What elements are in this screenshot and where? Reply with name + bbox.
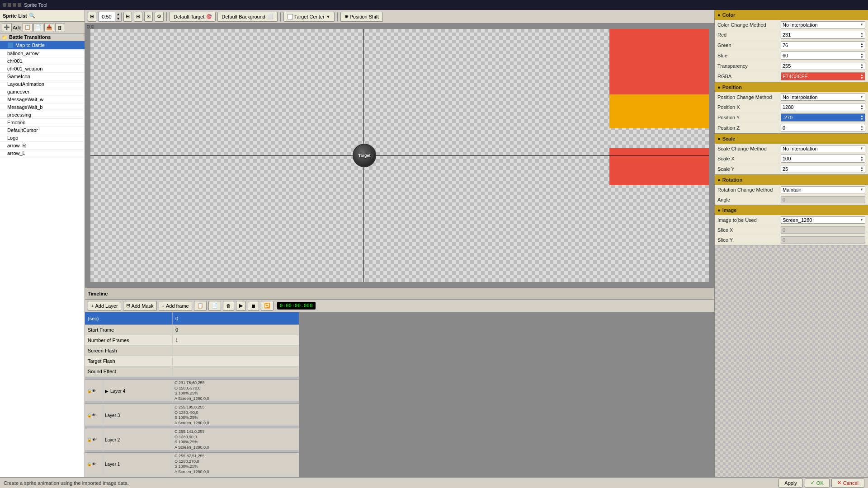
fit-btn[interactable]: ⊟ [123,12,132,22]
color-change-dropdown[interactable]: No Interpolation ▼ [783,22,863,28]
play-btn[interactable]: ▶ [236,301,246,311]
color-section-header[interactable]: ● Color [715,10,868,20]
sidebar-item-emotion[interactable]: Emotion [0,119,85,127]
slice-x-value[interactable]: 0 [781,226,865,234]
battle-transitions-section[interactable]: 📁 Battle Transitions [0,33,85,41]
angle-value[interactable]: 0 [781,196,865,203]
rgba-spin[interactable]: ▲ ▼ [860,73,863,80]
scalex-spin[interactable]: ▲ ▼ [860,155,863,162]
rotation-change-dropdown[interactable]: Maintain ▼ [783,187,863,192]
tl-layer3-name-cell[interactable]: Layer 3 [103,404,173,427]
scalex-down-icon[interactable]: ▼ [860,159,863,162]
default-background-btn[interactable]: Default Background ⬜ [217,12,278,22]
position-x-value[interactable]: 1280 ▲ ▼ [781,103,865,111]
cancel-button[interactable]: ✕ Cancel [831,479,864,488]
add-mask-btn[interactable]: ⊟ Add Mask [123,301,157,311]
scaley-spin[interactable]: ▲ ▼ [860,166,863,172]
posy-down-icon[interactable]: ▼ [860,117,863,121]
target-center-btn[interactable]: Target Center ▼ [283,12,335,22]
transparency-value[interactable]: 255 ▲ ▼ [781,62,865,70]
copy-frame-btn[interactable]: 📋 [194,301,207,311]
delete-frame-btn[interactable]: 🗑 [223,301,234,311]
eye2-icon[interactable]: 👁 [92,437,96,442]
grid-btn[interactable]: ⊞ [134,12,142,22]
sidebar-item-logo[interactable]: Logo [0,134,85,142]
sidebar-item-arrow-r[interactable]: arrow_R [0,142,85,150]
scaley-down-icon[interactable]: ▼ [860,169,863,172]
transparency-spin[interactable]: ▲ ▼ [860,63,863,69]
sidebar-item-balloon-arrow[interactable]: balloon_arrow [0,50,85,57]
sidebar-item-messagewait-b[interactable]: MessageWait_b [0,103,85,111]
tl-sound-effect-value-cell[interactable] [173,366,299,376]
settings-btn[interactable]: ⚙ [155,12,164,22]
green-spin[interactable]: ▲ ▼ [860,42,863,48]
scale-section-header[interactable]: ● Scale [715,134,868,144]
sidebar-item-layoutanimation[interactable]: LayoutAnimation [0,80,85,88]
sidebar-item-chr001-weapon[interactable]: chr001_weapon [0,65,85,73]
apply-button[interactable]: Apply [778,479,803,488]
zoom-arrows[interactable]: ▲ ▼ [115,12,121,21]
rotation-change-method-value[interactable]: Maintain ▼ [781,186,865,193]
position-y-value[interactable]: -270 ▲ ▼ [781,113,865,122]
add-frame-btn[interactable]: + Add frame [159,301,192,311]
scale-x-value[interactable]: 100 ▲ ▼ [781,155,865,163]
target-circle[interactable]: Target [353,144,376,167]
import-button[interactable]: 📥 [44,23,54,32]
paste-button[interactable]: 📄 [33,23,43,32]
blue-value[interactable]: 60 ▲ ▼ [781,52,865,60]
tl-sec-value-header[interactable]: 0 [173,312,299,324]
sprite-tool-icon-btn[interactable]: ⊞ [88,12,96,22]
pos-change-dropdown[interactable]: No Interpolation ▼ [783,94,863,100]
posx-up-icon[interactable]: ▲ [860,104,863,107]
ok-button[interactable]: ✓ OK [805,479,830,488]
posx-spin[interactable]: ▲ ▼ [860,104,863,110]
sidebar-item-gameicon[interactable]: GameIcon [0,73,85,80]
stop-btn[interactable]: ⏹ [248,301,259,311]
posx-down-icon[interactable]: ▼ [860,107,863,110]
red-down-icon[interactable]: ▼ [860,35,863,38]
posz-down-icon[interactable]: ▼ [860,128,863,131]
scale-change-dropdown[interactable]: No Interpolation ▼ [783,146,863,151]
sidebar-item-processing[interactable]: processing [0,111,85,119]
zoom-up[interactable]: ▲ [115,12,121,17]
zoom-down[interactable]: ▼ [115,17,121,21]
image-section-header[interactable]: ● Image [715,205,868,215]
tl-num-frames-value-cell[interactable]: 1 [173,335,299,345]
view-btn[interactable]: ⊡ [144,12,153,22]
blue-up-icon[interactable]: ▲ [860,52,863,56]
tl-start-frame-value-cell[interactable]: 0 [173,325,299,335]
add-button[interactable]: ➕ [2,23,12,32]
lock1-icon[interactable]: 🔒 [87,462,92,466]
delete-button[interactable]: 🗑 [55,23,65,32]
rgba-up-icon[interactable]: ▲ [860,73,863,76]
trans-up-icon[interactable]: ▲ [860,63,863,66]
position-z-value[interactable]: 0 ▲ ▼ [781,124,865,132]
eye4-icon[interactable]: 👁 [92,389,96,393]
tl-layer4-toggle[interactable]: ▶ [105,389,108,394]
position-change-method-value[interactable]: No Interpolation ▼ [781,94,865,101]
position-shift-btn[interactable]: ⊕ Position Shift [340,12,383,22]
color-change-method-value[interactable]: No Interpolation ▼ [781,21,865,28]
sidebar-item-defaultcursor[interactable]: DefaultCursor [0,127,85,134]
copy-button[interactable]: 📋 [23,23,33,32]
search-icon[interactable]: 🔍 [29,13,35,19]
scale-change-method-value[interactable]: No Interpolation ▼ [781,145,865,152]
slice-y-value[interactable]: 0 [781,236,865,244]
loop-btn[interactable]: 🔁 [261,301,274,311]
tl-sec-header[interactable]: (sec) [85,312,173,324]
add-layer-btn[interactable]: + Add Layer [88,301,121,311]
posy-up-icon[interactable]: ▲ [860,114,863,117]
blue-spin[interactable]: ▲ ▼ [860,52,863,59]
rotation-section-header[interactable]: ● Rotation [715,175,868,185]
image-used-dropdown[interactable]: Screen_1280 ▼ [783,217,863,223]
green-up-icon[interactable]: ▲ [860,42,863,45]
blue-down-icon[interactable]: ▼ [860,56,863,59]
sidebar-item-gameover[interactable]: gameover [0,88,85,96]
red-up-icon[interactable]: ▲ [860,32,863,35]
tl-layer4-name-cell[interactable]: ▶ Layer 4 [103,380,173,403]
tl-layer1-name-cell[interactable]: Layer 1 [103,453,173,476]
tl-layer2-name-cell[interactable]: Layer 2 [103,428,173,451]
red-value[interactable]: 231 ▲ ▼ [781,31,865,39]
green-down-icon[interactable]: ▼ [860,45,863,48]
trans-down-icon[interactable]: ▼ [860,66,863,69]
